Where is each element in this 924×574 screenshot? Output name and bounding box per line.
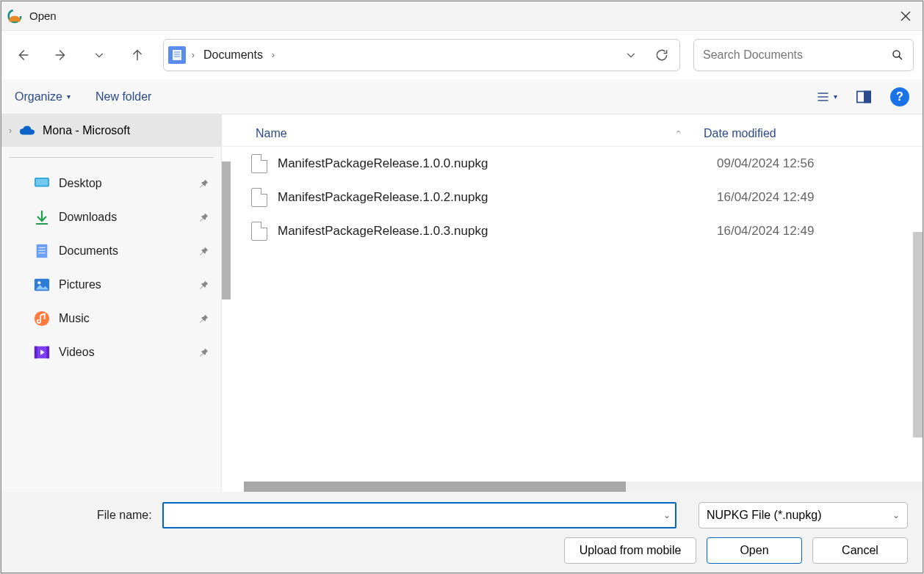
- horizontal-scrollbar-thumb[interactable]: [244, 482, 626, 492]
- sidebar-account-label: Mona - Microsoft: [43, 124, 130, 137]
- sidebar-item-label: Downloads: [59, 211, 117, 224]
- open-dialog: Open › Documents ›: [1, 1, 923, 573]
- breadcrumb-history-dropdown[interactable]: [618, 42, 644, 68]
- cancel-label: Cancel: [842, 544, 878, 557]
- sidebar-item-label: Documents: [59, 244, 118, 258]
- search-box[interactable]: [693, 39, 914, 71]
- documents-icon: [168, 46, 186, 64]
- chevron-down-icon[interactable]: ⌄: [663, 510, 671, 520]
- svg-rect-21: [35, 346, 37, 359]
- pin-icon: [199, 246, 209, 256]
- file-row[interactable]: ManifestPackageRelease.1.0.2.nupkg16/04/…: [222, 181, 923, 214]
- svg-point-19: [35, 311, 49, 326]
- filename-input[interactable]: [162, 502, 676, 528]
- forward-button[interactable]: [48, 43, 73, 68]
- sidebar-item-documents[interactable]: Documents: [1, 234, 221, 268]
- pictures-icon: [34, 277, 50, 293]
- sidebar-item-label: Music: [59, 312, 90, 325]
- chevron-right-icon: ›: [270, 50, 276, 60]
- file-icon: [251, 154, 267, 173]
- chevron-down-icon: ▾: [67, 92, 71, 101]
- chevron-right-icon: ›: [190, 50, 196, 60]
- file-icon: [251, 188, 267, 207]
- footer: File name: ⌄ NUPKG File (*.nupkg) ⌄ Uplo…: [1, 492, 923, 573]
- chevron-right-icon: ›: [9, 126, 12, 136]
- open-label: Open: [740, 544, 768, 557]
- recent-dropdown[interactable]: [87, 43, 112, 68]
- downloads-icon: [34, 209, 50, 225]
- organize-menu[interactable]: Organize ▾: [15, 90, 71, 103]
- sidebar-item-label: Pictures: [59, 278, 101, 291]
- file-date: 09/04/2024 12:56: [717, 156, 814, 171]
- toolbar: Organize ▾ New folder ▾ ?: [1, 79, 923, 115]
- documents-icon: [34, 243, 50, 259]
- window-title: Open: [29, 10, 57, 22]
- svg-rect-22: [46, 346, 49, 359]
- pin-icon: [199, 313, 209, 324]
- nav-row: › Documents ›: [1, 31, 923, 79]
- sidebar-item-desktop[interactable]: Desktop: [1, 167, 221, 200]
- sidebar-item-label: Desktop: [59, 177, 102, 190]
- close-button[interactable]: [889, 1, 923, 31]
- open-button[interactable]: Open: [707, 537, 802, 564]
- pin-icon: [199, 347, 209, 357]
- sidebar-divider: [9, 157, 214, 158]
- file-name: ManifestPackageRelease.1.0.2.nupkg: [278, 190, 717, 205]
- file-date: 16/04/2024 12:49: [717, 190, 814, 205]
- music-icon: [34, 310, 50, 327]
- file-name: ManifestPackageRelease.1.0.3.nupkg: [278, 224, 717, 239]
- pin-icon: [199, 212, 209, 222]
- organize-label: Organize: [15, 90, 62, 103]
- svg-point-5: [893, 51, 900, 57]
- file-row[interactable]: ManifestPackageRelease.1.0.3.nupkg16/04/…: [222, 214, 923, 248]
- vertical-scrollbar[interactable]: [913, 232, 923, 437]
- sidebar-item-downloads[interactable]: Downloads: [1, 200, 221, 234]
- column-headers: Name ⌃ Date modified: [222, 115, 923, 147]
- videos-icon: [34, 344, 50, 360]
- file-list: ManifestPackageRelease.1.0.0.nupkg09/04/…: [222, 147, 923, 492]
- preview-pane-button[interactable]: [853, 87, 874, 107]
- view-options-button[interactable]: ▾: [817, 87, 837, 107]
- refresh-button[interactable]: [649, 42, 675, 68]
- column-name[interactable]: Name ⌃: [256, 127, 704, 140]
- file-row[interactable]: ManifestPackageRelease.1.0.0.nupkg09/04/…: [222, 147, 923, 181]
- upload-label: Upload from mobile: [580, 544, 682, 557]
- cancel-button[interactable]: Cancel: [812, 537, 908, 564]
- search-icon: [891, 48, 904, 62]
- titlebar: Open: [1, 1, 923, 31]
- column-date-label: Date modified: [704, 127, 776, 139]
- svg-rect-13: [37, 244, 48, 258]
- sidebar: › Mona - Microsoft DesktopDownloadsDocum…: [1, 115, 222, 492]
- chevron-down-icon: ⌄: [892, 510, 900, 520]
- sidebar-item-music[interactable]: Music: [1, 302, 221, 335]
- new-folder-label: New folder: [95, 90, 151, 103]
- new-folder-button[interactable]: New folder: [95, 90, 151, 103]
- sort-indicator-icon: ⌃: [675, 129, 682, 139]
- search-input[interactable]: [703, 48, 891, 62]
- breadcrumb-current[interactable]: Documents: [201, 48, 266, 62]
- column-date[interactable]: Date modified: [704, 127, 923, 140]
- sidebar-item-pictures[interactable]: Pictures: [1, 268, 221, 302]
- column-name-label: Name: [256, 127, 287, 140]
- file-area: Name ⌃ Date modified ManifestPackageRele…: [222, 115, 923, 492]
- filetype-select[interactable]: NUPKG File (*.nupkg) ⌄: [699, 502, 908, 528]
- pin-icon: [199, 178, 209, 189]
- sidebar-item-label: Videos: [59, 346, 95, 359]
- desktop-icon: [34, 175, 50, 192]
- filetype-label: NUPKG File (*.nupkg): [707, 509, 822, 522]
- file-date: 16/04/2024 12:49: [717, 224, 814, 239]
- upload-from-mobile-button[interactable]: Upload from mobile: [564, 537, 696, 564]
- file-icon: [251, 222, 267, 241]
- body: › Mona - Microsoft DesktopDownloadsDocum…: [1, 115, 923, 492]
- sidebar-account[interactable]: › Mona - Microsoft: [1, 115, 221, 147]
- breadcrumb[interactable]: › Documents ›: [163, 39, 680, 71]
- svg-rect-12: [36, 179, 48, 186]
- back-button[interactable]: [10, 43, 35, 68]
- chevron-down-icon: ▾: [834, 92, 837, 101]
- svg-point-18: [37, 281, 40, 284]
- pin-icon: [199, 280, 209, 290]
- sidebar-item-videos[interactable]: Videos: [1, 335, 221, 369]
- file-name: ManifestPackageRelease.1.0.0.nupkg: [278, 156, 717, 171]
- help-button[interactable]: ?: [890, 87, 909, 106]
- up-button[interactable]: [125, 43, 150, 68]
